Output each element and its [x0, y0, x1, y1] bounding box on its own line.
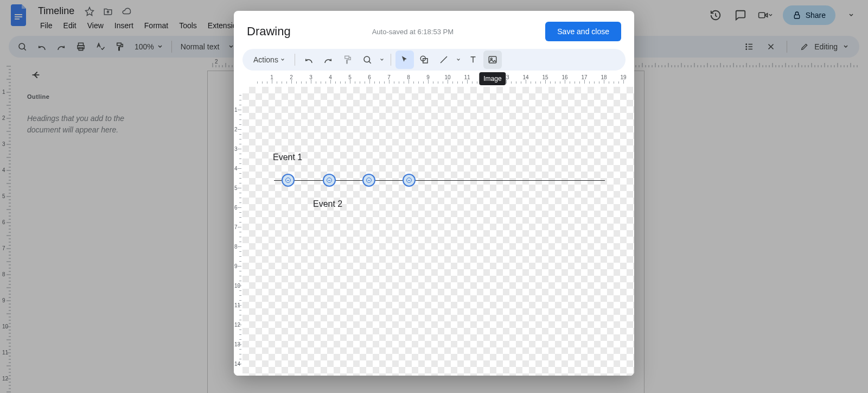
timeline-node-3[interactable]: [362, 174, 375, 187]
zoom-caret-icon[interactable]: [378, 58, 386, 62]
save-and-close-button[interactable]: Save and close: [545, 22, 621, 41]
dialog-title: Drawing: [247, 24, 291, 39]
image-tool-icon[interactable]: Image: [483, 50, 502, 69]
svg-rect-333: [489, 56, 496, 63]
ruler-number: 8: [234, 244, 238, 250]
ruler-number: 4: [234, 166, 238, 172]
drawing-horizontal-ruler: 12345678910111213141516171819: [242, 75, 634, 87]
shape-tool-icon[interactable]: [415, 50, 433, 69]
ruler-number: 5: [234, 185, 238, 191]
textbox-tool-icon[interactable]: [464, 50, 482, 69]
caret-down-icon: [280, 58, 285, 62]
svg-point-330: [364, 56, 370, 62]
ruler-number: 2: [234, 126, 238, 132]
drawing-canvas[interactable]: Event 1 Event 2: [242, 87, 634, 376]
autosave-status: Auto-saved at 6:18:53 PM: [372, 28, 454, 36]
line-tool-icon[interactable]: [435, 50, 453, 69]
timeline-node-2[interactable]: [323, 174, 336, 187]
separator: [391, 54, 391, 66]
modal-overlay: Drawing Auto-saved at 6:18:53 PM Save an…: [0, 0, 868, 393]
paint-format-icon[interactable]: [339, 50, 357, 69]
ruler-number: 9: [234, 263, 238, 269]
timeline-node-4[interactable]: [403, 174, 416, 187]
select-tool-icon[interactable]: [395, 50, 414, 69]
drawing-toolbar: Actions Image: [242, 49, 626, 71]
ruler-number: 7: [234, 224, 238, 230]
undo-icon[interactable]: [299, 50, 318, 69]
tooltip-image: Image: [479, 72, 506, 85]
timeline-node-1[interactable]: [282, 174, 295, 187]
ruler-number: 6: [234, 205, 238, 211]
timeline-label-event1[interactable]: Event 1: [273, 153, 302, 162]
ruler-number: 3: [234, 146, 238, 152]
ruler-number: 1: [234, 107, 238, 113]
drawing-vertical-ruler: 1234567891011121314: [234, 87, 242, 376]
separator: [295, 54, 295, 66]
actions-label: Actions: [253, 55, 278, 64]
actions-menu[interactable]: Actions: [248, 52, 290, 67]
timeline-label-event2[interactable]: Event 2: [313, 199, 342, 209]
svg-rect-329: [345, 56, 349, 59]
dialog-header: Drawing Auto-saved at 6:18:53 PM Save an…: [234, 11, 634, 49]
drawing-dialog: Drawing Auto-saved at 6:18:53 PM Save an…: [234, 11, 634, 376]
redo-icon[interactable]: [319, 50, 337, 69]
drawing-canvas-area: 12345678910111213141516171819 1234567891…: [234, 75, 634, 376]
zoom-tool-icon[interactable]: [358, 50, 376, 69]
line-caret-icon[interactable]: [454, 58, 463, 62]
